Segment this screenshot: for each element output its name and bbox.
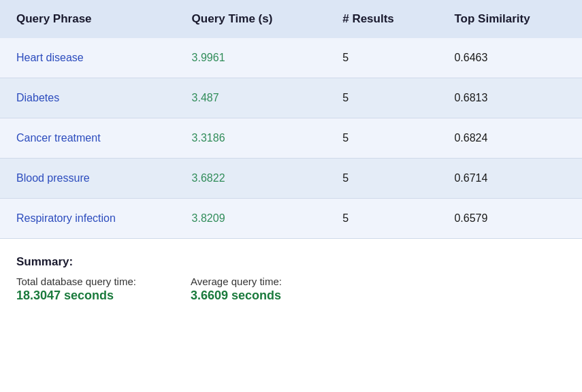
cell-top-similarity: 0.6813 bbox=[438, 78, 582, 118]
col-header-num-results: # Results bbox=[326, 0, 438, 38]
table-row: Diabetes3.48750.6813 bbox=[0, 78, 582, 118]
table-row: Heart disease3.996150.6463 bbox=[0, 38, 582, 78]
main-container: Query Phrase Query Time (s) # Results To… bbox=[0, 0, 582, 322]
cell-query-phrase: Heart disease bbox=[0, 38, 176, 78]
table-header-row: Query Phrase Query Time (s) # Results To… bbox=[0, 0, 582, 38]
cell-query-phrase: Blood pressure bbox=[0, 159, 176, 199]
average-time-item: Average query time: 3.6609 seconds bbox=[191, 276, 282, 303]
cell-query-phrase: Cancer treatment bbox=[0, 118, 176, 159]
cell-query-time: 3.8209 bbox=[176, 199, 327, 239]
average-time-value: 3.6609 seconds bbox=[191, 289, 282, 303]
col-header-query-phrase: Query Phrase bbox=[0, 0, 176, 38]
cell-top-similarity: 0.6463 bbox=[438, 38, 582, 78]
cell-top-similarity: 0.6824 bbox=[438, 118, 582, 159]
results-table: Query Phrase Query Time (s) # Results To… bbox=[0, 0, 582, 239]
cell-num-results: 5 bbox=[326, 199, 438, 239]
col-header-query-time: Query Time (s) bbox=[176, 0, 327, 38]
table-row: Blood pressure3.682250.6714 bbox=[0, 159, 582, 199]
cell-num-results: 5 bbox=[326, 38, 438, 78]
cell-query-time: 3.9961 bbox=[176, 38, 327, 78]
cell-query-time: 3.3186 bbox=[176, 118, 327, 159]
cell-query-phrase: Respiratory infection bbox=[0, 199, 176, 239]
total-time-value: 18.3047 seconds bbox=[16, 289, 136, 303]
total-time-label: Total database query time: bbox=[16, 276, 136, 287]
cell-top-similarity: 0.6714 bbox=[438, 159, 582, 199]
summary-row: Total database query time: 18.3047 secon… bbox=[16, 276, 566, 303]
cell-query-phrase: Diabetes bbox=[0, 78, 176, 118]
cell-num-results: 5 bbox=[326, 118, 438, 159]
col-header-top-similarity: Top Similarity bbox=[438, 0, 582, 38]
average-time-label: Average query time: bbox=[191, 276, 282, 287]
summary-title: Summary: bbox=[16, 255, 566, 269]
cell-query-time: 3.487 bbox=[176, 78, 327, 118]
table-row: Cancer treatment3.318650.6824 bbox=[0, 118, 582, 159]
cell-num-results: 5 bbox=[326, 159, 438, 199]
cell-top-similarity: 0.6579 bbox=[438, 199, 582, 239]
cell-query-time: 3.6822 bbox=[176, 159, 327, 199]
cell-num-results: 5 bbox=[326, 78, 438, 118]
summary-section: Summary: Total database query time: 18.3… bbox=[0, 239, 582, 322]
total-time-item: Total database query time: 18.3047 secon… bbox=[16, 276, 136, 303]
table-row: Respiratory infection3.820950.6579 bbox=[0, 199, 582, 239]
